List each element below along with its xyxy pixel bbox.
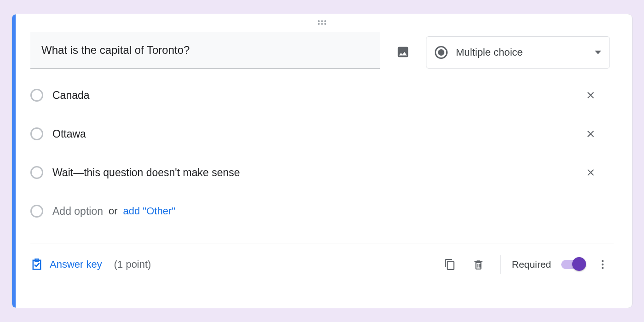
points-label: (1 point) xyxy=(114,259,151,270)
add-image-button[interactable] xyxy=(392,41,414,63)
svg-point-5 xyxy=(324,23,326,25)
drag-handle-icon xyxy=(317,20,327,25)
footer-vertical-divider xyxy=(500,255,501,274)
option-text-input[interactable]: Canada xyxy=(52,89,581,102)
option-row: Ottawa xyxy=(30,121,614,147)
radio-checked-icon xyxy=(435,46,448,59)
option-row: Wait—this question doesn't make sense xyxy=(30,159,614,186)
question-type-select[interactable]: Multiple choice xyxy=(426,36,610,69)
remove-option-button[interactable] xyxy=(581,163,600,182)
option-row: Canada xyxy=(30,82,614,109)
toggle-thumb xyxy=(572,257,586,271)
option-text-input[interactable]: Wait—this question doesn't make sense xyxy=(52,167,581,179)
options-list: Canada Ottawa Wait—this question doesn't… xyxy=(12,69,632,224)
add-option-button[interactable]: Add option xyxy=(52,205,103,218)
radio-outline-icon xyxy=(30,89,43,102)
svg-point-7 xyxy=(602,264,604,265)
question-title-input[interactable] xyxy=(30,32,380,69)
svg-point-2 xyxy=(324,20,326,22)
trash-icon xyxy=(472,259,484,270)
caret-down-icon xyxy=(595,51,601,54)
add-option-row: Add option or add "Other" xyxy=(30,198,614,224)
option-text-input[interactable]: Ottawa xyxy=(52,128,581,140)
close-icon xyxy=(585,167,596,178)
radio-outline-icon xyxy=(30,127,43,140)
answer-key-label: Answer key xyxy=(50,259,102,270)
card-footer: Answer key (1 point) Required xyxy=(12,243,632,276)
card-accent-bar xyxy=(12,14,16,308)
svg-point-3 xyxy=(318,23,320,25)
close-icon xyxy=(585,90,596,101)
question-type-label: Multiple choice xyxy=(456,46,586,58)
remove-option-button[interactable] xyxy=(581,86,600,104)
close-icon xyxy=(585,128,596,139)
image-icon xyxy=(396,45,410,59)
copy-icon xyxy=(444,259,456,270)
svg-point-4 xyxy=(321,23,323,25)
more-vert-icon xyxy=(597,259,609,270)
duplicate-button[interactable] xyxy=(439,253,461,276)
question-header-row: Multiple choice xyxy=(12,28,632,69)
add-other-button[interactable]: add "Other" xyxy=(123,205,175,217)
checklist-icon xyxy=(30,258,43,271)
required-label: Required xyxy=(512,259,551,270)
delete-button[interactable] xyxy=(467,253,489,276)
svg-point-0 xyxy=(318,20,320,22)
required-toggle[interactable] xyxy=(561,260,585,269)
svg-point-6 xyxy=(602,260,604,262)
answer-key-button[interactable]: Answer key xyxy=(30,258,102,271)
more-options-button[interactable] xyxy=(592,253,614,276)
drag-handle[interactable] xyxy=(12,17,632,28)
radio-outline-icon xyxy=(30,205,43,218)
svg-point-8 xyxy=(602,267,604,269)
question-card: Multiple choice Canada Ottawa Wait—this … xyxy=(12,14,632,308)
add-or-text: or xyxy=(109,205,118,217)
svg-point-1 xyxy=(321,20,323,22)
remove-option-button[interactable] xyxy=(581,125,600,143)
radio-outline-icon xyxy=(30,166,43,179)
